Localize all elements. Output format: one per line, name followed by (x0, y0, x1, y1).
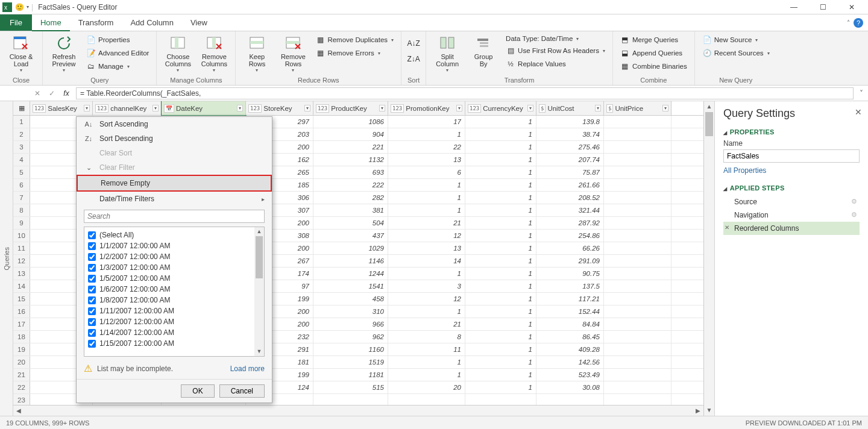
cell[interactable]: 38.74 (536, 128, 604, 140)
filter-value-checkbox[interactable] (88, 242, 96, 250)
type-icon[interactable]: 123 (33, 104, 46, 113)
cell[interactable]: 1 (465, 255, 536, 267)
all-properties-link[interactable]: All Properties (723, 166, 860, 175)
applied-step[interactable]: Reordered Columns (723, 222, 860, 235)
cell[interactable] (536, 394, 604, 405)
cell[interactable]: 1 (388, 204, 465, 216)
filter-dropdown-button[interactable]: ▾ (527, 105, 533, 111)
row-number[interactable]: 8 (13, 204, 30, 216)
filter-value-checkbox[interactable] (88, 286, 96, 293)
cell[interactable]: 142.56 (536, 356, 604, 368)
tab-file[interactable]: File (0, 14, 32, 31)
cell[interactable]: 17 (388, 116, 465, 128)
sort-descending-item[interactable]: Z↓Sort Descending (77, 131, 272, 146)
combine-binaries-button[interactable]: ▦Combine Binaries (618, 60, 690, 72)
row-number[interactable]: 10 (13, 230, 30, 242)
column-header-storekey[interactable]: 123StoreKey▾ (246, 101, 313, 115)
tab-add-column[interactable]: Add Column (122, 14, 182, 31)
cell[interactable]: 291.09 (536, 255, 604, 267)
row-number[interactable]: 16 (13, 305, 30, 318)
cell[interactable]: 1 (465, 217, 536, 229)
cell[interactable]: 962 (313, 331, 388, 343)
cell[interactable] (604, 116, 671, 128)
cell[interactable]: 1 (388, 179, 465, 191)
cell[interactable]: 1 (465, 128, 536, 140)
filter-dropdown-button[interactable]: ▾ (237, 105, 243, 111)
cell[interactable]: 1181 (313, 369, 388, 381)
cell[interactable]: 3 (388, 280, 465, 292)
clear-filter-item[interactable]: ⌄Clear Filter (77, 160, 272, 175)
filter-value-item[interactable]: 1/5/2007 12:00:00 AM (88, 273, 260, 284)
formula-cancel-button[interactable]: ✕ (30, 87, 45, 100)
cell[interactable] (388, 394, 465, 405)
query-settings-close-button[interactable]: ✕ (855, 107, 862, 117)
cell[interactable]: 1 (465, 204, 536, 216)
filter-value-checkbox[interactable] (88, 307, 96, 315)
cell[interactable]: 458 (313, 293, 388, 305)
cell[interactable]: 275.46 (536, 141, 604, 153)
cell[interactable] (604, 356, 671, 368)
cell[interactable]: 11 (388, 343, 465, 355)
properties-button[interactable]: 📄Properties (84, 34, 151, 46)
cell[interactable]: 904 (313, 128, 388, 140)
data-type-button[interactable]: Data Type: Date/Time (503, 34, 608, 43)
gear-icon[interactable]: ⚙ (851, 211, 857, 219)
cell[interactable]: 208.52 (536, 192, 604, 204)
choose-columns-button[interactable]: Choose Columns ▾ (162, 34, 194, 73)
type-icon[interactable]: $ (606, 104, 613, 113)
cell[interactable]: 1 (465, 192, 536, 204)
type-icon[interactable]: 123 (316, 104, 329, 113)
type-icon[interactable]: 123 (391, 104, 404, 113)
cell[interactable]: 381 (313, 204, 388, 216)
cell[interactable]: 1029 (313, 242, 388, 254)
type-icon[interactable]: 123 (468, 104, 481, 113)
cell[interactable]: 693 (313, 166, 388, 178)
cell[interactable] (604, 166, 671, 178)
cell[interactable]: 1 (465, 305, 536, 318)
filter-dropdown-button[interactable]: ▾ (379, 105, 385, 111)
cell[interactable]: 207.74 (536, 154, 604, 166)
filter-value-checkbox[interactable] (88, 253, 96, 261)
help-icon[interactable]: ? (854, 18, 863, 28)
cell[interactable]: 222 (313, 179, 388, 191)
cell[interactable]: 1 (465, 179, 536, 191)
cell[interactable]: 1160 (313, 343, 388, 355)
cell[interactable]: 1 (465, 230, 536, 242)
scroll-right-icon[interactable]: ▶ (693, 407, 703, 414)
cell[interactable]: 1 (465, 242, 536, 254)
filter-search-input[interactable] (84, 210, 265, 223)
row-number[interactable]: 2 (13, 128, 30, 140)
filter-value-item[interactable]: 1/2/2007 12:00:00 AM (88, 251, 260, 262)
cell[interactable]: 1 (388, 305, 465, 318)
cell[interactable]: 137.5 (536, 280, 604, 292)
select-all-checkbox[interactable] (88, 231, 96, 239)
applied-steps-section-header[interactable]: APPLIED STEPS (723, 184, 860, 192)
ok-button[interactable]: OK (181, 384, 214, 398)
recent-sources-button[interactable]: 🕘Recent Sources (700, 47, 772, 59)
filter-value-checkbox[interactable] (88, 264, 96, 272)
cell[interactable]: 20 (388, 381, 465, 393)
cell[interactable]: 1 (465, 116, 536, 128)
cell[interactable]: 504 (313, 217, 388, 229)
remove-errors-button[interactable]: ▦Remove Errors (313, 47, 396, 59)
row-number[interactable]: 4 (13, 154, 30, 166)
cell[interactable] (604, 280, 671, 292)
cell[interactable] (604, 230, 671, 242)
sort-desc-button[interactable]: Z↓A (406, 53, 421, 65)
cell[interactable]: 12 (388, 293, 465, 305)
cell[interactable]: 1132 (313, 154, 388, 166)
properties-section-header[interactable]: PROPERTIES (723, 128, 860, 136)
cell[interactable]: 1 (465, 369, 536, 381)
filter-value-checkbox[interactable] (88, 329, 96, 337)
tab-view[interactable]: View (182, 14, 216, 31)
formula-accept-button[interactable]: ✓ (45, 87, 59, 100)
row-number[interactable]: 3 (13, 141, 30, 153)
cell[interactable]: 254.86 (536, 230, 604, 242)
cell[interactable]: 30.08 (536, 381, 604, 393)
filter-value-item[interactable]: 1/6/2007 12:00:00 AM (88, 284, 260, 295)
remove-rows-button[interactable]: Remove Rows ▾ (277, 34, 309, 73)
row-number[interactable]: 21 (13, 369, 30, 381)
cell[interactable] (604, 343, 671, 355)
row-number[interactable]: 13 (13, 268, 30, 280)
cell[interactable] (313, 394, 388, 405)
